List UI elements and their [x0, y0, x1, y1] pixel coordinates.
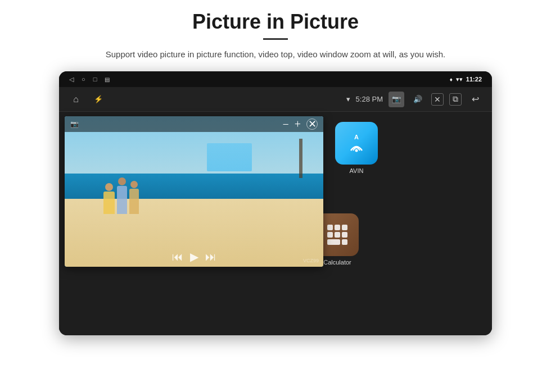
pip-playback: ⏮ ▶ ⏭	[172, 250, 216, 263]
page-container: Picture in Picture Support video picture…	[0, 0, 551, 392]
avin-svg	[349, 140, 364, 153]
avin-icon-inner: A	[349, 134, 364, 153]
head-3	[130, 181, 138, 188]
beach-scene	[65, 116, 323, 267]
recents-icon[interactable]: □	[93, 76, 97, 83]
body-2	[117, 186, 127, 214]
calc-btn-2	[335, 225, 340, 230]
head-2	[118, 177, 126, 185]
page-subtitle: Support video picture in picture functio…	[106, 48, 445, 61]
calc-btn-5	[335, 232, 340, 238]
svg-point-0	[355, 149, 358, 152]
body-3	[129, 189, 139, 214]
app-bar-right: ▾ 5:28 PM 📷 🔊 ✕ ⧉ ↩	[346, 92, 483, 107]
status-time: 11:22	[466, 76, 482, 83]
cast-icon[interactable]: ▤	[105, 76, 110, 83]
home-icon[interactable]: ○	[82, 76, 85, 83]
wifi-icon: ▾▾	[456, 76, 463, 83]
calc-btn-3	[342, 225, 347, 230]
page-title: Picture in Picture	[192, 10, 359, 34]
person-3	[129, 181, 139, 214]
volume-button[interactable]: 🔊	[410, 92, 426, 107]
avin-icon: A	[335, 122, 378, 165]
status-bar: ◁ ○ □ ▤ ♦ ▾▾ 11:22	[59, 71, 492, 87]
pip-minimize-btn[interactable]: −	[282, 118, 288, 131]
app-bar: ⌂ ⚡ ▾ 5:28 PM 📷 🔊 ✕ ⧉ ↩	[59, 87, 492, 112]
pip-close-btn[interactable]: ✕	[306, 118, 318, 130]
body-1	[103, 192, 115, 214]
app-avin[interactable]: A AVIN	[328, 122, 385, 174]
app-bar-time: 5:28 PM	[356, 95, 383, 103]
head-1	[105, 183, 113, 191]
device-frame: ◁ ○ □ ▤ ♦ ▾▾ 11:22 ⌂ ⚡ ▾ 5:28 PM 📷 🔊	[59, 71, 492, 335]
main-area: N Netflix ♫ SiriusXM ⊙	[59, 112, 492, 335]
watermark: VCZ99	[303, 258, 319, 263]
app-bar-left: ⌂ ⚡	[68, 92, 106, 107]
back-button[interactable]: ↩	[467, 92, 483, 107]
sky-detail	[207, 143, 252, 171]
pip-button[interactable]: ⧉	[449, 93, 462, 106]
home-button[interactable]: ⌂	[68, 92, 84, 107]
person-2	[117, 177, 127, 214]
pip-controls[interactable]: − + ✕	[282, 118, 318, 131]
next-btn[interactable]: ⏭	[205, 250, 216, 263]
pip-expand-btn[interactable]: +	[295, 118, 301, 131]
usb-icon: ⚡	[91, 92, 106, 107]
back-icon[interactable]: ◁	[69, 76, 74, 83]
location-icon: ♦	[450, 76, 453, 83]
pip-video[interactable]: 📷 − + ✕ ⏮ ▶ ⏭ VCZ99	[65, 116, 323, 267]
avin-label: AVIN	[350, 167, 364, 174]
prev-btn[interactable]: ⏮	[172, 250, 183, 263]
camera-button[interactable]: 📷	[389, 92, 404, 107]
calc-btn-8	[342, 239, 347, 245]
calc-btn-6	[342, 232, 347, 238]
pip-header: 📷 − + ✕	[65, 116, 323, 132]
tree-trunk	[299, 139, 302, 178]
status-bar-left: ◁ ○ □ ▤	[69, 76, 110, 83]
play-btn[interactable]: ▶	[190, 250, 198, 263]
status-bar-right: ♦ ▾▾ 11:22	[450, 76, 482, 83]
close-button[interactable]: ✕	[431, 93, 444, 106]
pip-record-icon: 📷	[70, 120, 79, 129]
pip-container: 📷 − + ✕ ⏮ ▶ ⏭ VCZ99	[59, 112, 335, 335]
people-group	[103, 177, 139, 214]
person-1	[103, 183, 115, 214]
wifi-status-icon: ▾	[346, 95, 350, 103]
title-divider	[263, 38, 288, 40]
